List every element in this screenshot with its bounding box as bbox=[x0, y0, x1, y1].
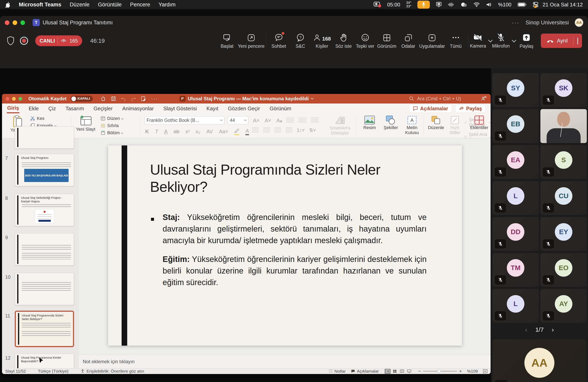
current-slide[interactable]: Ulusal Staj Programında Sizleri Neler Be… bbox=[108, 145, 462, 346]
microphone-button[interactable]: Mikrofon bbox=[492, 30, 516, 51]
menubar-datetime[interactable]: 21 Oca Sal 14:12 bbox=[543, 1, 583, 8]
microphone-active-icon[interactable] bbox=[417, 0, 430, 9]
align-center-icon[interactable] bbox=[263, 128, 270, 133]
shield-icon[interactable] bbox=[7, 36, 14, 45]
wifi-icon[interactable] bbox=[473, 2, 480, 7]
font-color-button[interactable]: A bbox=[245, 128, 249, 135]
tab-tasarim[interactable]: Tasarım bbox=[65, 104, 84, 113]
change-case-button[interactable]: Aa˅ bbox=[219, 129, 228, 135]
justify-icon[interactable] bbox=[286, 128, 293, 133]
minimize-button[interactable] bbox=[12, 97, 16, 101]
menubar-time[interactable]: 05:00 bbox=[387, 1, 400, 8]
presence-share-icon[interactable] bbox=[481, 96, 487, 102]
toolbar-view-button[interactable]: Görünüm bbox=[376, 30, 398, 51]
cloud-icon[interactable] bbox=[461, 2, 467, 7]
zoom-slider-knob[interactable] bbox=[437, 369, 441, 373]
accessibility-check[interactable]: Erişilebilirlik: Önerilere göz atın bbox=[80, 369, 144, 374]
screen-record-icon[interactable] bbox=[374, 1, 381, 8]
camera-button[interactable]: Kamera bbox=[470, 30, 492, 51]
slide-sorter-view-button[interactable] bbox=[392, 369, 398, 374]
zoom-level[interactable]: %109 bbox=[467, 369, 478, 374]
slide-thumbnail-7[interactable]: Ulusal Staj Programı 2025 YILI BAŞVURULA… bbox=[15, 154, 74, 186]
increase-font-button[interactable]: A˄ bbox=[253, 117, 260, 124]
menubar-item-pencere[interactable]: Pencere bbox=[130, 1, 150, 8]
participant-tile[interactable]: CU bbox=[540, 181, 587, 215]
arrange-button[interactable]: Düzenle bbox=[427, 115, 445, 130]
toolbar-start-button[interactable]: Başlat bbox=[216, 30, 238, 51]
quick-styles-button[interactable]: Hızlı Stiller bbox=[446, 115, 463, 135]
slide-thumbnail-9[interactable] bbox=[15, 233, 74, 266]
font-size-select[interactable]: 44 bbox=[228, 116, 248, 124]
zoom-button[interactable] bbox=[18, 97, 22, 101]
participant-tile[interactable]: S bbox=[540, 145, 587, 179]
toolbar-raise-hand-button[interactable]: Söz iste bbox=[333, 30, 354, 51]
participant-tile[interactable]: EO bbox=[540, 253, 587, 287]
participant-tile[interactable]: EA bbox=[492, 145, 539, 179]
reset-button[interactable]: Sıfırla bbox=[100, 123, 123, 128]
minimize-button[interactable] bbox=[13, 20, 17, 25]
tab-animasyonlar[interactable]: Animasyonlar bbox=[122, 104, 154, 113]
character-spacing-button[interactable]: A︎V bbox=[206, 129, 213, 135]
chevron-down-icon[interactable] bbox=[577, 38, 578, 44]
layout-button[interactable]: Düzen bbox=[100, 116, 123, 121]
cut-button[interactable]: Kes bbox=[30, 116, 56, 121]
toolbar-qa-button[interactable]: ? S&C bbox=[290, 30, 311, 51]
toolbar-apps-button[interactable]: Uygulamalar bbox=[419, 30, 445, 51]
zoom-slider[interactable] bbox=[423, 371, 457, 372]
menubar-item-yardim[interactable]: Yardım bbox=[159, 1, 176, 8]
picture-button[interactable]: Resim bbox=[360, 115, 379, 130]
align-right-icon[interactable] bbox=[274, 128, 281, 133]
section-button[interactable]: Bölüm bbox=[100, 130, 123, 135]
waveform-icon[interactable] bbox=[448, 1, 455, 8]
participant-tile[interactable]: AY bbox=[540, 289, 587, 323]
record-indicator-icon[interactable] bbox=[20, 36, 28, 45]
participant-video-tile[interactable] bbox=[540, 109, 587, 143]
home-icon[interactable] bbox=[100, 96, 106, 101]
toolbar-chat-button[interactable]: Sohbet bbox=[268, 30, 290, 51]
search-placeholder[interactable]: Ara (Cmd + Ctrl + U) bbox=[417, 96, 461, 101]
save-icon[interactable] bbox=[111, 96, 116, 101]
document-title[interactable]: Ulusal Staj Programı — Mac'im konumuna k… bbox=[188, 96, 309, 101]
line-spacing-button[interactable]: 1↕˅ bbox=[297, 128, 305, 133]
fit-slide-button[interactable] bbox=[483, 369, 487, 373]
superscript-button[interactable]: x² bbox=[185, 129, 190, 135]
close-button[interactable] bbox=[6, 97, 9, 101]
clear-formatting-button[interactable]: A𝄪 bbox=[276, 117, 282, 124]
zoom-out-button[interactable]: − bbox=[418, 368, 421, 374]
subscript-button[interactable]: x₂ bbox=[196, 129, 200, 135]
more-options-button[interactable]: ··· bbox=[512, 19, 520, 26]
control-center-icon[interactable] bbox=[533, 1, 537, 8]
notes-area[interactable]: Not eklemek için tıklayın bbox=[78, 355, 491, 368]
titlebar-more-icon[interactable]: ··· bbox=[151, 96, 158, 102]
leave-button[interactable]: Ayrıl bbox=[541, 34, 582, 48]
participant-tile[interactable]: SY bbox=[492, 73, 539, 107]
close-button[interactable] bbox=[5, 20, 9, 25]
apple-menu[interactable] bbox=[5, 1, 10, 8]
autosave-toggle[interactable]: KAPALI bbox=[71, 96, 93, 102]
bold-button[interactable]: K bbox=[145, 129, 149, 135]
pager-prev-icon[interactable]: ‹ bbox=[525, 326, 527, 333]
comments-toggle[interactable]: Açıklamalar bbox=[351, 369, 379, 374]
strikethrough-button[interactable]: ab bbox=[174, 129, 179, 135]
slide-thumbnail-partial[interactable] bbox=[15, 126, 74, 149]
numbered-list-icon[interactable] bbox=[298, 118, 306, 123]
decrease-font-button[interactable]: A˅ bbox=[265, 117, 272, 124]
shapes-button[interactable]: Şekiller bbox=[381, 115, 400, 130]
underline-button[interactable]: A bbox=[164, 129, 168, 135]
tab-kayit[interactable]: Kayıt bbox=[206, 104, 219, 113]
participant-tile[interactable]: L bbox=[492, 289, 539, 323]
tab-giris[interactable]: Giriş bbox=[7, 104, 20, 113]
redo-icon[interactable] bbox=[131, 96, 136, 101]
slide-thumbnail-11-selected[interactable]: Ulusal Staj Programında Sizleri Neler Be… bbox=[15, 311, 74, 347]
tab-ciz[interactable]: Çiz bbox=[48, 104, 56, 113]
volume-icon[interactable] bbox=[486, 2, 492, 7]
toolbar-rooms-button[interactable]: Odalar bbox=[398, 30, 419, 51]
ppt-share-button[interactable]: Paylaş bbox=[455, 104, 486, 113]
menubar-item-duzenle[interactable]: Düzenle bbox=[70, 1, 90, 8]
comments-button[interactable]: Açıklamalar bbox=[409, 104, 452, 113]
toolbar-more-button[interactable]: Tümü bbox=[445, 30, 467, 51]
tab-slayt-gosterisi[interactable]: Slayt Gösterisi bbox=[163, 104, 197, 113]
toolbar-react-button[interactable]: Tepki ver bbox=[354, 30, 376, 51]
participant-tile[interactable]: EB bbox=[492, 109, 539, 143]
tab-ekle[interactable]: Ekle bbox=[28, 104, 39, 113]
